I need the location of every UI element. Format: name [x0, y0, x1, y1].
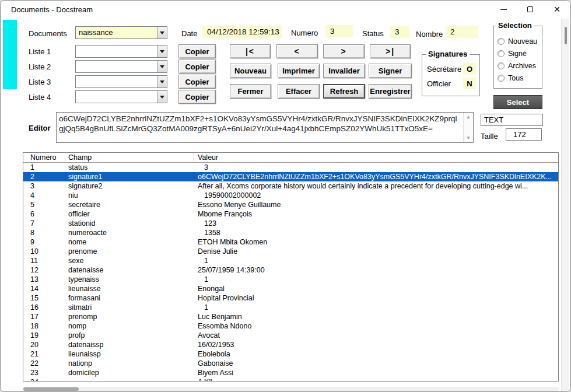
selection-title: Sélection — [496, 21, 534, 30]
imprimer-button[interactable]: Imprimer — [278, 64, 320, 78]
minimize-button[interactable] — [490, 1, 517, 18]
vertical-scrollbar-thumb[interactable] — [565, 27, 567, 44]
radio-option[interactable]: Signé — [498, 48, 541, 59]
table-row[interactable]: 15formasaniHopital Provincial — [23, 293, 558, 303]
table-row[interactable]: 3signature2After all, Xcoms corporate hi… — [23, 181, 558, 191]
signer-button[interactable]: Signer — [369, 64, 412, 78]
table-row[interactable]: 18nompEssomba Ndono — [23, 321, 558, 331]
table-row[interactable]: 5secretaireEssono Menye Guillaume — [23, 200, 558, 209]
last-record-button[interactable]: >| — [370, 44, 411, 58]
copier-button[interactable]: Copier — [178, 75, 216, 89]
column-header[interactable]: Numero — [23, 153, 65, 162]
chevron-down-icon[interactable] — [157, 91, 167, 103]
maximize-icon — [527, 6, 533, 12]
table-row[interactable]: 11sexe1 — [23, 256, 558, 265]
table-row[interactable]: 16sitmatri1 — [23, 303, 558, 312]
refresh-button[interactable]: Refresh — [323, 84, 365, 99]
documents-label: Documents — [29, 29, 67, 38]
cell-numero: 10 — [23, 247, 65, 256]
column-header[interactable]: Valeur — [194, 153, 558, 162]
chevron-down-icon[interactable] — [157, 27, 167, 38]
table-row[interactable]: 4niu19590002000002 — [23, 191, 558, 200]
liste-combobox[interactable] — [75, 60, 167, 73]
table-row[interactable]: 8numeroacte1358 — [23, 228, 558, 237]
nombre-field[interactable]: 2 — [446, 26, 478, 38]
cell-numero: 16 — [23, 303, 65, 312]
nouveau-button[interactable]: Nouveau — [230, 64, 271, 78]
cell-valeur: Biyem Assi — [194, 368, 558, 377]
select-button[interactable]: Select — [493, 95, 542, 109]
table-row[interactable]: 2signature1o6CWejD72CLYBE2nhrrlNZtUZZm1b… — [23, 172, 558, 181]
fermer-button[interactable]: Fermer — [230, 84, 271, 99]
chevron-down-icon[interactable] — [157, 76, 167, 88]
table-row[interactable]: 20datenaissp16/02/1953 — [23, 340, 558, 349]
cell-champ: lieunaissp — [65, 349, 194, 359]
table-header: NumeroChampValeur — [23, 153, 558, 163]
table-row[interactable]: 13typenaiss1 — [23, 275, 558, 284]
table-row[interactable]: 7stationid123 — [23, 219, 558, 228]
radio-icon[interactable] — [498, 50, 505, 57]
type-field[interactable]: TEXT — [481, 114, 543, 126]
cell-numero: 20 — [23, 340, 65, 349]
enregistrer-button[interactable]: Enregistrer — [369, 84, 412, 99]
table-row[interactable]: 24A Kli — [23, 377, 558, 381]
scroll-up-icon[interactable]: ▲ — [464, 114, 473, 120]
table-row[interactable]: 22nationpGabonaise — [23, 359, 558, 368]
maximize-button[interactable] — [517, 1, 544, 18]
close-button[interactable]: ✕ — [544, 1, 570, 18]
vertical-scrollbar[interactable] — [561, 19, 569, 392]
prev-record-button[interactable]: < — [276, 44, 318, 58]
date-field[interactable]: 04/12/2018 12:59:13 — [202, 26, 282, 38]
table-row[interactable]: 19profpAvocat — [23, 331, 558, 340]
copier-button[interactable]: Copier — [178, 44, 216, 58]
table-row[interactable]: 1status3 — [23, 163, 558, 172]
cell-champ: nationp — [65, 359, 194, 368]
cell-valeur: 1 — [194, 256, 558, 265]
chevron-down-icon[interactable] — [157, 46, 167, 57]
numero-field[interactable]: 3 — [325, 25, 353, 37]
cell-valeur: 1 — [194, 303, 558, 312]
liste-label: Liste 4 — [29, 93, 51, 102]
status-field[interactable]: 3 — [390, 26, 409, 38]
cell-numero: 17 — [23, 312, 65, 321]
radio-icon[interactable] — [498, 62, 505, 69]
cell-champ: niu — [65, 191, 194, 200]
cell-numero: 18 — [23, 321, 65, 331]
cell-champ: numeroacte — [65, 228, 194, 237]
horizontal-scrollbar[interactable] — [23, 387, 559, 391]
documents-combobox[interactable]: naissance — [75, 26, 167, 39]
liste-combobox[interactable] — [75, 45, 167, 58]
radio-icon[interactable] — [498, 75, 505, 82]
scroll-down-icon[interactable]: ▼ — [464, 135, 473, 141]
table-row[interactable]: 23domicilepBiyem Assi — [23, 368, 558, 377]
table-row[interactable]: 9nomeETOH Mbita Okomen — [23, 237, 558, 247]
table-row[interactable]: 14lieunaisseEnongal — [23, 284, 558, 293]
editor-scrollbar[interactable]: ▲ ▼ — [463, 113, 473, 142]
taille-field[interactable]: 172 — [506, 128, 542, 141]
table-row[interactable]: 6officierMbome François — [23, 209, 558, 219]
cell-valeur: 123 — [194, 219, 558, 228]
chevron-down-icon[interactable] — [157, 61, 167, 72]
radio-icon[interactable] — [498, 38, 505, 45]
copier-button[interactable]: Copier — [178, 90, 216, 104]
first-record-button[interactable]: |< — [230, 44, 271, 58]
table-row[interactable]: 17prenompLuc Benjamin — [23, 312, 558, 321]
cell-valeur: Denise Julie — [194, 247, 558, 256]
horizontal-scrollbar-thumb[interactable] — [23, 387, 79, 391]
editor-textarea[interactable]: o6CWejD72CLYBE2nhrrlNZtUZZm1bXF2+s1OKVo8… — [56, 112, 474, 143]
radio-option[interactable]: Tous — [498, 73, 541, 83]
table-row[interactable]: 21lieunaisspEbolebola — [23, 349, 558, 359]
effacer-button[interactable]: Effacer — [278, 84, 320, 99]
table-row[interactable]: 12datenaisse25/07/1959 14:39:00 — [23, 265, 558, 275]
editor-content[interactable]: o6CWejD72CLYBE2nhrrlNZtUZZm1bXF2+s1OKVo8… — [59, 114, 461, 141]
liste-combobox[interactable] — [75, 75, 167, 88]
cell-valeur: 19590002000002 — [194, 191, 558, 200]
column-header[interactable]: Champ — [65, 153, 194, 162]
table-row[interactable]: 10prenomeDenise Julie — [23, 247, 558, 256]
copier-button[interactable]: Copier — [178, 60, 216, 74]
invalider-button[interactable]: Invalider — [323, 64, 365, 78]
next-record-button[interactable]: > — [323, 44, 365, 58]
liste-combobox[interactable] — [75, 90, 167, 103]
radio-option[interactable]: Nouveau — [498, 36, 541, 47]
radio-option[interactable]: Archives — [498, 61, 541, 71]
